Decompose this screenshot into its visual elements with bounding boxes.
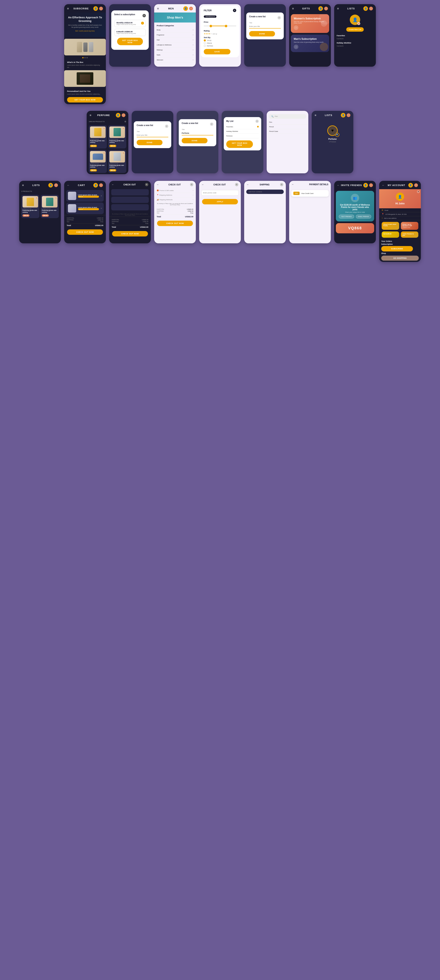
avatar-account-icon[interactable]: 👤 [408,183,413,188]
monthly-option[interactable]: Monthly US$10.00 Ships Free/Cancel at an… [114,20,146,27]
cart-delete-2[interactable]: ✕ [101,207,102,209]
checkout-step-2-dark[interactable] [111,197,149,203]
product-card-4[interactable]: ♥ LOREM IPSUM Featuring gentle mid-centu… [108,150,126,173]
close-create-list-filled-button[interactable]: ✕ [210,123,213,126]
dot-1[interactable] [82,57,84,58]
avatar-gifts-icon[interactable]: 👤 [318,6,323,11]
email-friends-button[interactable]: EMAIL FRIENDS [356,215,371,218]
lists-heart-1[interactable]: ♥ [36,197,37,199]
cart-icon[interactable]: 🛒 [99,7,103,10]
lists-heart-2[interactable]: ♥ [56,197,57,199]
avatar-men-icon[interactable]: 👤 [183,6,188,11]
create-new-list-button[interactable]: Create New List [346,27,364,32]
cat-skincare[interactable]: Skincare› [154,57,196,62]
back-arrow-checkout-dark[interactable]: ← [112,183,114,186]
list-option-favorites[interactable]: Favorites [226,124,259,129]
menu-icon-perfume[interactable]: ≡ [90,113,91,117]
avatar-lists-zero-icon[interactable]: 👤 [341,113,345,118]
go-shopping-button[interactable]: GO SHOPPING [381,256,419,261]
text-friends-button[interactable]: TEXT FRIENDS [339,215,354,218]
avatar-lists-two-icon[interactable]: 👤 [48,183,53,188]
save-filter-button[interactable]: SAVE [204,49,230,54]
back-arrow-checkout-light[interactable]: ← [157,183,159,186]
checkout-address-step[interactable]: 📍 Shipping Address › [154,193,196,197]
back-arrow-cart[interactable]: ← [67,184,70,187]
close-filter-button[interactable]: ✕ [233,9,236,12]
list-option-perfume[interactable]: Perfume [226,134,259,138]
close-checkout-light-button[interactable]: ✕ [190,183,193,186]
cart-men-icon[interactable]: 0 [189,7,193,10]
checkout-dark-button[interactable]: CHECK OUT NOW [112,231,148,237]
avatar-invite-icon[interactable]: 👤 [363,183,368,188]
price-thumb-left[interactable] [210,25,212,27]
back-arrow-shipping[interactable]: ← [247,183,249,186]
lists-product-card-2[interactable]: ♥ LOREM IPSUM Featuring gentle mid-centu… [41,195,59,218]
settings-icon[interactable]: ⚙ [417,190,420,193]
avatar-cart-icon[interactable]: 👤 [93,183,98,188]
close-create-list-dark-button[interactable]: ✕ [165,124,168,128]
close-promo-button[interactable]: ✕ [235,183,238,186]
checkout-now-button[interactable]: CHECK OUT NOW [67,229,103,235]
search-result-pencil[interactable]: Pencil [267,124,308,129]
list-title-filled-input[interactable] [182,131,213,135]
price-range-slider[interactable] [204,24,236,28]
menu-icon[interactable]: ≡ [67,7,69,10]
cat-body[interactable]: Body› [154,27,196,32]
visa-option[interactable]: VISA Visa Credit Card [291,190,329,197]
list-title-input[interactable] [249,25,281,29]
get-box-button[interactable]: GET YOUR BOX NOW [67,97,103,102]
cat-hair[interactable]: Hair› [154,38,196,43]
list-option-holiday[interactable]: Holiday Wishlist [226,129,259,134]
subscribe-account-button[interactable]: SUBSCRIBE [381,246,413,251]
cat-fragrance[interactable]: Fragrance› [154,32,196,38]
cat-makeup[interactable]: Makeup› [154,48,196,52]
men-gift-arrow[interactable]: → [294,45,298,49]
add-address-row[interactable]: + Add a new address [379,216,421,220]
get-discount-card[interactable]: Get $165.00 [382,231,399,238]
sort-title-option[interactable]: TITLE [204,40,236,41]
avatar-perfume-icon[interactable]: 👤 [116,113,121,118]
lists-product-card-1[interactable]: ♥ LOREM IPSUM Featuring gentle mid-centu… [21,195,40,218]
product-card-1[interactable]: ♥ LOREM IPSUM Featuring gentle mid-centu… [89,125,107,148]
heart-icon-3[interactable]: ♥ [103,152,105,154]
sort-rating-option[interactable]: RATING [204,45,236,47]
menu-icon-lists-two[interactable]: ≡ [22,183,24,187]
heart-icon-4[interactable]: ♥ [123,152,124,154]
avatar-icon[interactable]: 👤 [93,6,98,11]
heart-icon-2[interactable]: ♥ [123,127,124,130]
price-thumb-right[interactable] [225,25,227,27]
search-result-pen[interactable]: Pen [267,120,308,124]
six-month-option[interactable]: 6-Month US$60.00 Ships Free/Cancel at an… [114,29,146,36]
women-gift-arrow[interactable]: → [294,25,298,30]
cart-lists-icon[interactable]: 🛒 [369,7,373,10]
promo-code-input[interactable] [201,190,239,196]
search-result-pencil-case[interactable]: Pencil Case [267,129,308,134]
avatar-edit-badge[interactable]: ✎ [357,22,360,25]
dot-2[interactable] [84,57,86,58]
product-card-3[interactable]: ♥ LOREM IPSUM Featuring gentle mid-centu… [89,150,107,173]
avatar-lists-icon[interactable]: 👤 [363,6,368,11]
done-filled-button[interactable]: DONE [182,138,208,143]
cart-delete-1[interactable]: ✕ [101,195,102,197]
back-arrow-promo[interactable]: ← [202,183,204,186]
checkout-light-button[interactable]: CHECK OUT NOW [157,221,193,226]
done-dark-button[interactable]: DONE [137,140,162,145]
menu-icon-gifts[interactable]: ≡ [292,7,294,10]
dot-3[interactable] [86,57,88,58]
done-button[interactable]: DONE [249,31,275,37]
back-arrow-payment[interactable]: ← [292,183,294,186]
cart-invite-icon[interactable]: 🛒 [369,183,373,187]
checkout-step-3-dark[interactable] [111,204,149,210]
back-arrow-invite[interactable]: ← [337,184,340,187]
close-shipping-button[interactable]: ✕ [280,183,283,186]
checkout-methods-step[interactable]: 🚚 Shipping Methods › [154,197,196,202]
get-box-modal-button[interactable]: GET YOUR BOX NOW [117,38,143,45]
cat-nails[interactable]: Nails› [154,52,196,57]
checkout-step-1-dark[interactable] [111,189,149,196]
list-title-input-dark[interactable] [137,133,168,137]
earn-points-card[interactable]: Shop to earn more Points [382,222,399,230]
cart-gifts-icon[interactable]: 🛒 [324,7,328,10]
close-create-list-button[interactable]: ✕ [278,16,281,19]
close-my-list-button[interactable]: ✕ [256,119,259,123]
cart-cart-icon[interactable]: 🛒 [99,183,103,187]
